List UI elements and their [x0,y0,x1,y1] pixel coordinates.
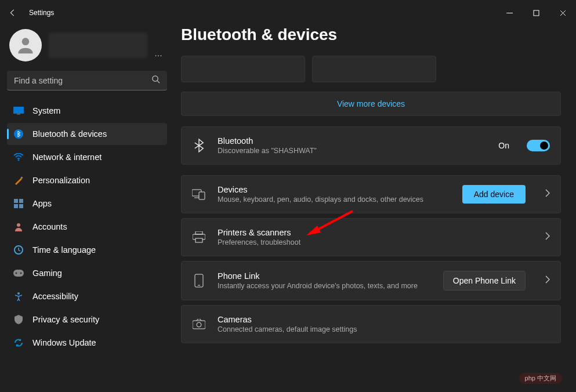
svg-point-3 [153,76,158,81]
nav-label: Bluetooth & devices [32,129,107,139]
svg-rect-5 [13,107,24,114]
nav-bluetooth-devices[interactable]: Bluetooth & devices [7,123,167,145]
device-tile[interactable] [181,56,305,82]
nav-list: System Bluetooth & devices Network & int… [7,100,167,354]
svg-rect-11 [19,199,23,203]
card-subtitle: Mouse, keyboard, pen, audio, displays an… [218,195,451,204]
card-subtitle: Preferences, troubleshoot [218,238,526,246]
nav-label: Gaming [32,268,62,278]
apps-icon [13,198,24,209]
nav-windows-update[interactable]: Windows Update [7,332,167,354]
sidebar: … System Bluetooth & devices Network & i… [0,26,174,392]
svg-rect-10 [14,199,18,203]
nav-gaming[interactable]: Gaming [7,262,167,284]
svg-line-4 [157,81,160,83]
nav-label: Accounts [32,222,67,231]
nav-accounts[interactable]: Accounts [7,216,167,238]
nav-network[interactable]: Network & internet [7,146,167,168]
phone-icon [192,274,206,288]
nav-label: Network & internet [32,153,102,162]
back-button[interactable] [0,0,26,26]
svg-point-18 [20,273,22,274]
devices-card[interactable]: Devices Mouse, keyboard, pen, audio, dis… [181,175,561,213]
phone-link-card[interactable]: Phone Link Instantly access your Android… [181,261,561,300]
view-more-devices[interactable]: View more devices [181,92,561,116]
nav-apps[interactable]: Apps [7,193,167,215]
brush-icon [13,175,24,186]
nav-privacy[interactable]: Privacy & security [7,308,167,331]
bluetooth-icon [192,139,206,153]
open-phone-link-button[interactable]: Open Phone Link [443,271,526,291]
nav-system[interactable]: System [7,100,167,122]
avatar [9,29,42,61]
update-icon [13,337,24,349]
chevron-right-icon [545,275,550,286]
card-title: Phone Link [218,271,432,281]
cameras-card[interactable]: Cameras Connected cameras, default image… [181,305,561,343]
chevron-right-icon [545,232,550,242]
user-name-redacted [49,32,147,58]
bluetooth-icon [13,128,24,140]
nav-label: Privacy & security [32,315,99,324]
card-subtitle: Instantly access your Android device's p… [218,282,432,290]
device-tiles [181,56,561,82]
search-input[interactable] [14,76,151,85]
bluetooth-toggle[interactable] [527,140,550,151]
nav-time-language[interactable]: Time & language [7,239,167,261]
printer-icon [192,231,206,243]
window-controls [496,0,576,26]
card-title: Devices [218,185,451,194]
svg-rect-23 [195,231,202,234]
svg-rect-12 [14,204,18,208]
access-icon [13,291,24,302]
device-tile[interactable] [312,56,436,82]
svg-point-17 [16,273,17,274]
watermark-badge: php 中文网 [519,373,562,384]
svg-point-14 [17,223,20,227]
card-title: Printers & scanners [218,228,526,237]
svg-rect-6 [17,114,20,115]
system-icon [13,105,24,117]
nav-label: Accessibility [32,292,78,301]
page-title: Bluetooth & devices [181,26,561,44]
nav-label: System [32,106,60,115]
main-content: Bluetooth & devices View more devices Bl… [174,26,576,392]
close-button[interactable] [549,0,576,26]
toggle-state: On [498,141,509,150]
minimize-button[interactable] [496,0,523,26]
svg-point-2 [22,38,30,45]
svg-rect-25 [195,238,202,242]
add-device-button[interactable]: Add device [462,185,526,204]
svg-rect-16 [13,270,24,277]
svg-point-8 [18,159,20,161]
wifi-icon [13,151,24,163]
svg-rect-1 [534,10,539,16]
user-more-icon: … [154,49,162,61]
search-icon [151,75,160,86]
card-title: Cameras [218,315,550,324]
nav-accessibility[interactable]: Accessibility [7,285,167,307]
card-subtitle: Connected cameras, default image setting… [218,325,550,333]
printers-scanners-card[interactable]: Printers & scanners Preferences, trouble… [181,218,561,256]
svg-rect-13 [19,204,23,208]
devices-icon [192,188,206,200]
card-subtitle: Discoverable as "SHASHWAT" [218,147,487,155]
svg-rect-30 [193,321,205,329]
nav-personalization[interactable]: Personalization [7,169,167,191]
app-title: Settings [29,9,54,17]
maximize-button[interactable] [523,0,549,26]
privacy-icon [13,314,24,325]
nav-label: Personalization [32,176,90,185]
nav-label: Windows Update [32,338,96,347]
svg-rect-21 [199,192,205,199]
card-title: Bluetooth [218,136,487,146]
gaming-icon [13,267,24,279]
svg-point-31 [197,322,201,327]
titlebar: Settings [0,0,576,26]
accounts-icon [13,221,24,233]
bluetooth-card[interactable]: Bluetooth Discoverable as "SHASHWAT" On [181,126,561,165]
search-box[interactable] [7,71,167,90]
chevron-right-icon [545,189,550,199]
time-icon [13,244,24,256]
user-profile[interactable]: … [7,26,167,71]
